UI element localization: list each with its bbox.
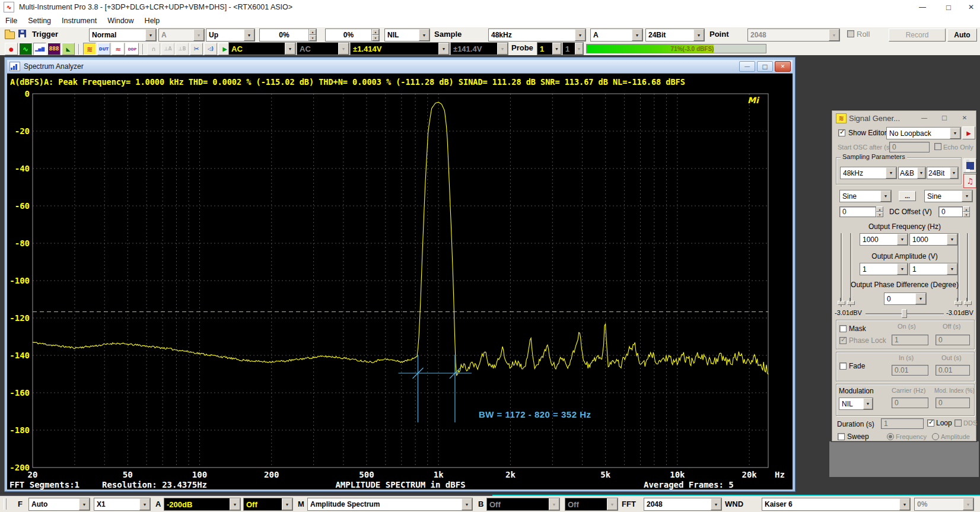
dropdown-arrow-icon[interactable] [139, 498, 150, 510]
sweep-checkbox[interactable] [838, 433, 845, 440]
dropdown-arrow-icon[interactable] [145, 29, 156, 41]
dropdown-arrow-icon[interactable] [285, 43, 295, 55]
coupling-a-select[interactable]: AC [228, 42, 296, 55]
window-function-select[interactable]: Kaiser 6 [762, 498, 911, 511]
loopback-select[interactable]: No Loopback [886, 127, 961, 139]
a-range-select[interactable]: -200dB [164, 498, 241, 511]
waveform-b-select[interactable]: Sine [924, 190, 973, 202]
menu-setting[interactable]: Setting [23, 17, 56, 25]
menu-window[interactable]: Window [102, 17, 139, 25]
spin-up-icon[interactable] [372, 29, 379, 35]
spectrum-mode-select[interactable]: Amplitude Spectrum [307, 498, 473, 511]
dropdown-arrow-icon[interactable] [438, 43, 449, 55]
spin-down-icon[interactable] [309, 35, 316, 41]
mask-checkbox[interactable] [839, 325, 847, 332]
spinner-buttons[interactable] [371, 29, 379, 41]
fader-handle[interactable] [954, 301, 962, 305]
dropdown-arrow-icon[interactable] [693, 29, 704, 41]
sample-rate-select[interactable]: 48kHz [488, 28, 586, 42]
frequency-b-select[interactable]: 1000 [909, 233, 958, 246]
dropdown-arrow-icon[interactable] [962, 190, 972, 202]
multimeter-icon[interactable]: 888 [47, 43, 61, 55]
dropdown-arrow-icon[interactable] [886, 167, 896, 179]
speaker-icon[interactable]: ◁) [204, 43, 217, 55]
toolbar-grip[interactable] [4, 498, 7, 510]
auto-button[interactable]: Auto [947, 28, 977, 42]
save-file-icon[interactable] [18, 30, 26, 37]
generator-channels-select[interactable]: A&B [898, 167, 926, 179]
frequency-range-select[interactable]: Auto [28, 498, 90, 511]
spectrum-chart[interactable]: 0-20-40-60-80-100-120-140-160-180-200205… [7, 90, 793, 489]
range-a-select[interactable]: ±1.414V [350, 42, 450, 55]
trigger-hpf-select[interactable]: NIL [384, 28, 430, 42]
maximize-icon[interactable] [757, 61, 773, 72]
sample-channel-select[interactable]: A [590, 28, 643, 42]
dropdown-arrow-icon[interactable] [79, 498, 90, 510]
music-note-icon[interactable]: ♫ [963, 174, 976, 188]
dropdown-arrow-icon[interactable] [880, 190, 891, 202]
probe-calibration-icon[interactable]: ✂ [190, 43, 203, 55]
dropdown-arrow-icon[interactable] [863, 398, 873, 409]
dropdown-arrow-icon[interactable] [950, 167, 958, 179]
dropdown-arrow-icon[interactable] [575, 29, 586, 41]
title-bar[interactable]: ∿ Multi-Instrument Pro 3.8 - [+3DP+DLG+L… [0, 0, 980, 15]
close-icon[interactable] [962, 0, 980, 14]
trigger-delay-stepper[interactable]: 0% [325, 28, 380, 42]
trigger-level-stepper[interactable]: 0% [259, 28, 317, 42]
fader-track-a2[interactable] [850, 233, 851, 307]
fader-handle[interactable] [964, 301, 972, 305]
minimize-icon[interactable] [919, 113, 930, 122]
dropdown-arrow-icon[interactable] [915, 293, 926, 304]
spin-up-icon[interactable] [963, 206, 970, 212]
spinner-buttons[interactable] [308, 29, 316, 41]
phase-difference-select[interactable]: 0 [884, 292, 927, 305]
spinner-buttons[interactable] [963, 206, 970, 217]
ddp-viewer-icon[interactable]: DDP [126, 43, 139, 55]
cursor-reader-a-icon[interactable]: ⊥A [161, 43, 174, 55]
minimize-icon[interactable] [739, 61, 755, 72]
menu-help[interactable]: Help [139, 17, 166, 25]
fader-handle[interactable] [847, 301, 855, 305]
dropdown-arrow-icon[interactable] [244, 29, 254, 41]
dc-offset-b-field[interactable]: 0 [938, 206, 963, 217]
modulation-type-select[interactable]: NIL [839, 397, 873, 410]
fade-checkbox[interactable] [839, 362, 847, 370]
dropdown-arrow-icon[interactable] [282, 498, 292, 510]
dropdown-arrow-icon[interactable] [462, 498, 472, 510]
record-icon[interactable]: ● [5, 43, 18, 55]
menu-file[interactable]: File [0, 17, 23, 25]
spectrum-window-titlebar[interactable]: Spectrum Analyzer [7, 60, 793, 74]
generator-titlebar[interactable]: ≋ Signal Gener... [832, 111, 976, 125]
spin-up-icon[interactable] [309, 29, 316, 35]
derived-data-point-icon[interactable]: ≈ [112, 43, 125, 55]
generator-sample-rate-select[interactable]: 48kHz [840, 167, 897, 179]
amplitude-b-select[interactable]: 1 [909, 263, 958, 275]
device-test-plan-icon[interactable]: DUT [97, 43, 110, 55]
alarm-bell-icon[interactable]: ∩ [147, 43, 160, 55]
a-reference-select[interactable]: Off [243, 498, 293, 511]
cursor-reader-b-icon[interactable]: ⊥B [176, 43, 189, 55]
dropdown-arrow-icon[interactable] [552, 43, 561, 55]
dropdown-arrow-icon[interactable] [950, 128, 960, 139]
maximize-icon[interactable] [937, 0, 960, 14]
zoom-select[interactable]: X1 [94, 498, 151, 511]
dropdown-arrow-icon[interactable] [419, 29, 429, 41]
loop-checkbox[interactable] [927, 419, 934, 427]
menu-instrument[interactable]: Instrument [56, 17, 102, 25]
dc-offset-a-field[interactable]: 0 [839, 206, 876, 217]
spin-up-icon[interactable] [876, 206, 883, 212]
dropdown-arrow-icon[interactable] [917, 167, 925, 179]
probe-a-select[interactable]: 1 [537, 42, 562, 55]
dropdown-arrow-icon[interactable] [632, 29, 642, 41]
save-signal-button[interactable] [963, 158, 976, 173]
dropdown-arrow-icon[interactable] [897, 263, 908, 275]
spin-down-icon[interactable] [963, 212, 970, 217]
fader-track-b2[interactable] [967, 233, 968, 307]
minimize-icon[interactable] [911, 0, 934, 14]
show-editor-checkbox[interactable] [838, 129, 845, 136]
generator-bits-select[interactable]: 24Bit [927, 167, 959, 179]
plot-area[interactable]: 0-20-40-60-80-100-120-140-160-180-200205… [7, 90, 793, 489]
trigger-mode-select[interactable]: Normal [89, 28, 157, 42]
dropdown-arrow-icon[interactable] [897, 234, 908, 245]
generator-run-icon[interactable]: ▶ [962, 126, 975, 139]
